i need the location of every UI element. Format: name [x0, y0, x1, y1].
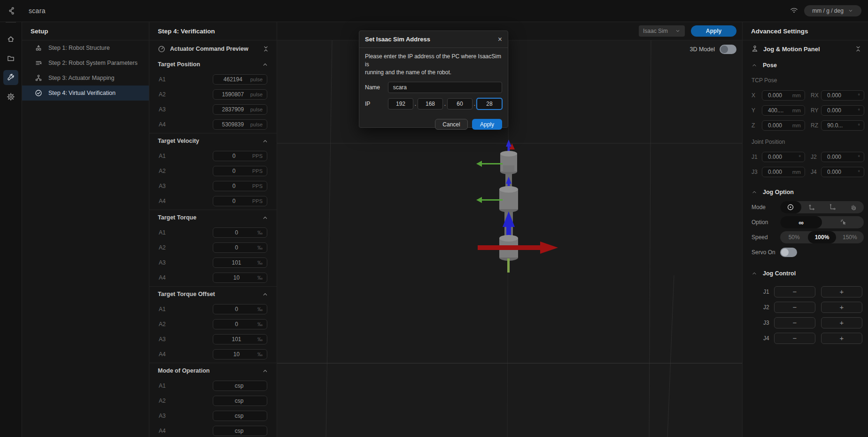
- setup-wrench-icon[interactable]: [3, 70, 18, 85]
- projects-folder-icon[interactable]: [3, 51, 18, 66]
- section-header[interactable]: Target Velocity: [149, 133, 277, 148]
- value-field[interactable]: csp: [213, 426, 267, 436]
- topbar: scara mm / g / deg: [0, 0, 868, 22]
- value-field[interactable]: 462194pulse: [213, 74, 267, 85]
- pose-field[interactable]: 0.000°: [821, 105, 864, 116]
- actuator-command-preview-header: Actuator Command Preview: [149, 40, 277, 57]
- servo-toggle[interactable]: [780, 248, 797, 257]
- chevron-up-icon: [752, 189, 757, 195]
- units-selector[interactable]: mm / g / deg: [804, 5, 861, 16]
- joint-field[interactable]: 0.000mm: [762, 167, 805, 177]
- home-icon[interactable]: [3, 31, 18, 47]
- value-field[interactable]: csp: [213, 381, 267, 391]
- collapse-icon[interactable]: [263, 46, 269, 52]
- speed-50-button[interactable]: 50%: [780, 231, 808, 243]
- servo-row: Servo On: [743, 245, 868, 260]
- j4-minus-button[interactable]: −: [774, 333, 815, 344]
- j3-plus-button[interactable]: +: [821, 317, 862, 328]
- value-field[interactable]: csp: [213, 396, 267, 406]
- collapse-icon[interactable]: [855, 46, 861, 52]
- pose-field[interactable]: 90.0...°: [821, 120, 864, 131]
- joint-field[interactable]: 0.000°: [762, 152, 805, 162]
- value-field[interactable]: 101‰: [213, 258, 267, 268]
- gauge-icon: [158, 45, 165, 53]
- value-field[interactable]: 101‰: [213, 334, 267, 344]
- mode-hand-button[interactable]: [843, 201, 864, 213]
- j2-plus-button[interactable]: +: [821, 302, 862, 313]
- sim-target-selector[interactable]: Isaac Sim: [639, 25, 685, 37]
- mode-axis-button[interactable]: [801, 201, 822, 213]
- section-header[interactable]: Mode of Operation: [149, 363, 277, 378]
- sidebar-item-step-3[interactable]: Step 3: Actuator Mapping: [22, 70, 149, 86]
- jog-option-section-header[interactable]: Jog Option: [743, 184, 868, 200]
- pose-field[interactable]: 0.000mm: [762, 90, 805, 101]
- value-field[interactable]: 0PPS: [213, 166, 267, 176]
- value-field[interactable]: 0‰: [213, 319, 267, 329]
- value-field[interactable]: 0‰: [213, 227, 267, 238]
- model-toggle[interactable]: [720, 45, 736, 54]
- name-label: Name: [365, 84, 388, 91]
- value-field[interactable]: 10‰: [213, 349, 267, 359]
- j3-minus-button[interactable]: −: [774, 317, 815, 328]
- section-header[interactable]: Target Torque: [149, 210, 277, 225]
- value-field[interactable]: 1590807pulse: [213, 89, 267, 100]
- speed-segmented: 50% 100% 150%: [780, 231, 864, 243]
- ip-octet-3-input[interactable]: [447, 98, 473, 109]
- option-step-button[interactable]: [822, 216, 864, 228]
- infinity-icon: ∞: [798, 218, 804, 226]
- speed-100-button[interactable]: 100%: [808, 231, 836, 243]
- j2-minus-button[interactable]: −: [774, 302, 815, 313]
- sidebar-item-step-1[interactable]: Step 1: Robot Structure: [22, 40, 149, 55]
- hand-icon: [850, 203, 857, 211]
- sidebar-item-step-2[interactable]: Step 2: Robot System Parameters: [22, 55, 149, 70]
- apply-button[interactable]: Apply: [472, 119, 502, 130]
- mode-joint-button[interactable]: [780, 201, 801, 213]
- value-field[interactable]: 0‰: [213, 304, 267, 314]
- value-field[interactable]: 0PPS: [213, 181, 267, 191]
- value-field[interactable]: 0‰: [213, 242, 267, 253]
- sim-apply-button[interactable]: Apply: [691, 25, 736, 37]
- mode-tool-button[interactable]: [822, 201, 843, 213]
- joint-field[interactable]: 0.000°: [821, 152, 864, 162]
- rail-divider: [6, 22, 16, 23]
- speed-150-button[interactable]: 150%: [836, 231, 864, 243]
- joint-field[interactable]: 0.000°: [821, 167, 864, 177]
- value-field[interactable]: 0PPS: [213, 151, 267, 161]
- sidebar-item-step-4[interactable]: Step 4: Virtual Verification: [22, 86, 149, 101]
- tcp-row-y: Y 400....mm RY 0.000°: [743, 103, 868, 118]
- j1-minus-button[interactable]: −: [774, 286, 815, 297]
- settings-gear-icon[interactable]: [3, 89, 18, 104]
- actuator-row: A410‰: [149, 347, 277, 362]
- option-continuous-button[interactable]: ∞: [780, 216, 822, 228]
- jog-control-section-header[interactable]: Jog Control: [743, 265, 868, 281]
- cursor-click-icon: [839, 218, 847, 226]
- pose-field[interactable]: 0.000°: [821, 90, 864, 101]
- chevron-down-icon: [848, 8, 853, 14]
- j4-plus-button[interactable]: +: [821, 333, 862, 344]
- section-header[interactable]: Target Position: [149, 57, 277, 72]
- close-icon[interactable]: ×: [498, 36, 502, 43]
- robot-model: [476, 140, 558, 273]
- value-field[interactable]: 5309839pulse: [213, 119, 267, 130]
- j1-plus-button[interactable]: +: [821, 286, 862, 297]
- 3d-scene[interactable]: [277, 40, 742, 437]
- pose-section-header[interactable]: Pose: [743, 57, 868, 73]
- ip-octet-4-input[interactable]: [477, 98, 502, 109]
- value-field[interactable]: 0PPS: [213, 196, 267, 206]
- value-field[interactable]: csp: [213, 411, 267, 421]
- dialog-title: Set Isaac Sim Address: [365, 36, 498, 43]
- robot-name-input[interactable]: [388, 82, 502, 93]
- ip-octet-1-input[interactable]: [388, 98, 413, 109]
- value-field[interactable]: 10‰: [213, 273, 267, 283]
- value-field[interactable]: 2837909pulse: [213, 104, 267, 115]
- joint-position-label: Joint Position: [743, 134, 868, 149]
- pose-field[interactable]: 400....mm: [762, 105, 805, 116]
- cancel-button[interactable]: Cancel: [435, 119, 468, 130]
- axes-dot-icon: [829, 203, 836, 211]
- actuator-row: A20‰: [149, 240, 277, 255]
- chevron-down-icon: [675, 28, 681, 34]
- ip-octet-2-input[interactable]: [418, 98, 443, 109]
- verification-panel: Step 4: Verification Actuator Command Pr…: [149, 22, 277, 437]
- section-header[interactable]: Target Torque Offset: [149, 287, 277, 302]
- pose-field[interactable]: 0.000mm: [762, 120, 805, 131]
